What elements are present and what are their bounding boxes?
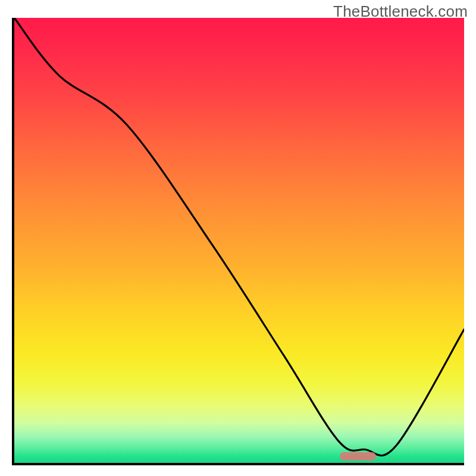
plot-frame xyxy=(12,18,464,465)
bottleneck-curve xyxy=(14,18,464,456)
chart-container: TheBottleneck.com xyxy=(0,0,476,476)
watermark-text: TheBottleneck.com xyxy=(333,2,468,21)
curve-svg xyxy=(14,18,464,463)
sweet-spot-marker xyxy=(340,452,376,461)
